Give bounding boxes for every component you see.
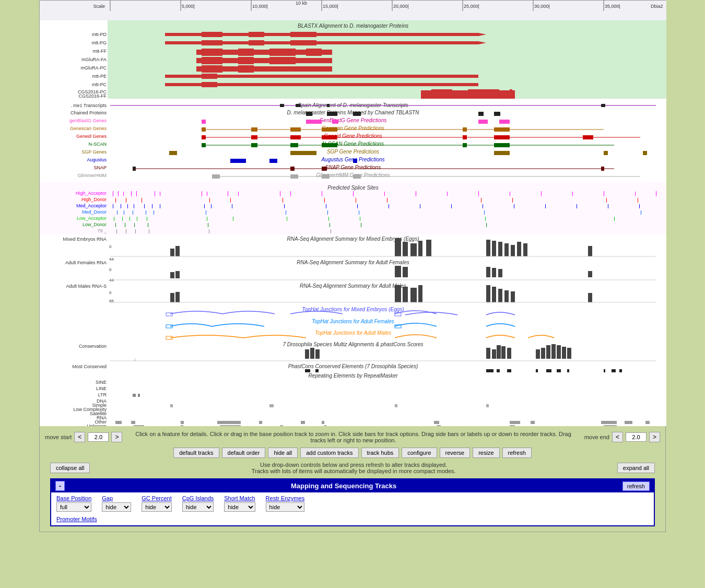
refresh-toolbar-button[interactable]: refresh xyxy=(502,448,532,458)
move-left-button[interactable]: < xyxy=(74,432,85,442)
svg-text:44: 44 xyxy=(109,257,114,262)
gc-percent-select[interactable]: hide full dense xyxy=(142,502,171,512)
svg-rect-174 xyxy=(209,198,210,203)
svg-rect-289 xyxy=(410,288,417,302)
svg-rect-286 xyxy=(175,292,180,302)
svg-rect-293 xyxy=(498,289,502,302)
track-hubs-button[interactable]: track hubs xyxy=(361,448,400,458)
svg-rect-209 xyxy=(124,210,124,215)
default-order-button[interactable]: default order xyxy=(222,448,266,458)
hide-all-button[interactable]: hide all xyxy=(268,448,298,458)
svg-rect-247 xyxy=(331,229,331,233)
svg-rect-186 xyxy=(121,204,121,208)
promoter-motifs-link[interactable]: Promoter Motifs xyxy=(56,516,97,522)
gap-option: Gap hide full dense xyxy=(102,495,131,512)
svg-rect-199 xyxy=(420,204,420,208)
svg-text:SNAP: SNAP xyxy=(93,165,107,170)
svg-rect-233 xyxy=(115,223,116,227)
section-refresh-button[interactable]: refresh xyxy=(622,481,650,491)
svg-rect-168 xyxy=(635,192,636,196)
svg-rect-243 xyxy=(126,229,126,233)
svg-rect-376 xyxy=(604,425,617,426)
svg-text:Augustus Gene Predictions: Augustus Gene Predictions xyxy=(321,157,384,162)
svg-rect-222 xyxy=(130,217,130,221)
svg-rect-28 xyxy=(290,32,316,37)
svg-rect-151 xyxy=(160,192,160,196)
svg-rect-357 xyxy=(181,421,184,424)
svg-rect-210 xyxy=(133,210,133,215)
move-left-button-right[interactable]: < xyxy=(612,432,623,442)
svg-text:BLASTX Alignment to D. melanog: BLASTX Alignment to D. melanogaster Prot… xyxy=(298,23,408,29)
svg-rect-191 xyxy=(160,204,160,208)
svg-rect-182 xyxy=(606,198,607,203)
svg-rect-246 xyxy=(209,229,209,233)
svg-rect-152 xyxy=(202,191,202,196)
add-custom-tracks-button[interactable]: add custom tracks xyxy=(300,448,358,458)
svg-rect-156 xyxy=(280,191,280,196)
base-position-option: Base Position full dense hide xyxy=(56,495,91,512)
svg-rect-316 xyxy=(507,348,511,359)
svg-rect-165 xyxy=(541,191,542,196)
svg-rect-43 xyxy=(202,57,222,64)
svg-rect-229 xyxy=(360,217,360,221)
svg-rect-198 xyxy=(389,204,389,208)
short-match-option: Short Match hide full dense xyxy=(224,495,255,512)
cpg-islands-link[interactable]: CpG Islands xyxy=(182,495,214,501)
svg-rect-181 xyxy=(512,198,513,203)
svg-text:10,000|: 10,000| xyxy=(252,4,268,9)
svg-rect-223 xyxy=(137,217,137,221)
base-position-link[interactable]: Base Position xyxy=(56,495,91,501)
svg-text:genBlastG Genes: genBlastG Genes xyxy=(69,118,107,123)
svg-rect-119 xyxy=(290,151,316,155)
reverse-button[interactable]: reverse xyxy=(440,448,471,458)
collapse-section-button[interactable]: - xyxy=(55,481,65,491)
cpg-islands-option: CpG Islands hide full dense xyxy=(182,495,214,512)
svg-text:25,000|: 25,000| xyxy=(464,4,479,9)
configure-button[interactable]: configure xyxy=(402,448,437,458)
base-position-select[interactable]: full dense hide xyxy=(56,502,91,512)
svg-rect-230 xyxy=(485,217,486,221)
cpg-islands-select[interactable]: hide full dense xyxy=(182,502,214,512)
svg-rect-356 xyxy=(131,421,135,424)
svg-rect-71 xyxy=(296,104,301,107)
collapse-expand-row: collapse all Use drop-down controls belo… xyxy=(45,460,660,476)
restr-enzymes-select[interactable]: hide full dense xyxy=(266,502,305,512)
default-tracks-button[interactable]: default tracks xyxy=(173,448,219,458)
move-right-group: move end < > xyxy=(584,432,660,442)
resize-button[interactable]: resize xyxy=(473,448,499,458)
collapse-all-button[interactable]: collapse all xyxy=(50,463,90,473)
svg-text:30,000|: 30,000| xyxy=(534,4,550,9)
move-right-button-right[interactable]: > xyxy=(649,432,660,442)
svg-rect-187 xyxy=(127,204,128,208)
svg-rect-309 xyxy=(305,349,309,359)
gap-link[interactable]: Gap xyxy=(102,495,131,501)
move-left-input[interactable] xyxy=(88,432,109,442)
svg-rect-38 xyxy=(238,49,254,56)
svg-text:Dbia2: Dbia2 xyxy=(651,4,663,9)
move-right-input[interactable] xyxy=(626,432,647,442)
move-right-button-left[interactable]: > xyxy=(111,432,122,442)
svg-rect-177 xyxy=(324,198,325,203)
svg-text:PhastCons Conserved Elements (: PhastCons Conserved Elements (7 Drosophi… xyxy=(288,363,418,369)
svg-rect-201 xyxy=(483,204,483,208)
short-match-link[interactable]: Short Match xyxy=(224,495,255,501)
svg-rect-344 xyxy=(138,394,140,397)
svg-rect-291 xyxy=(486,285,490,302)
svg-text:0: 0 xyxy=(109,267,112,272)
svg-rect-202 xyxy=(514,204,514,208)
svg-text:Most Conserved: Most Conserved xyxy=(72,364,107,369)
svg-rect-194 xyxy=(232,204,232,208)
svg-rect-347 xyxy=(170,404,173,407)
short-match-select[interactable]: hide full dense xyxy=(224,502,255,512)
svg-rect-127 xyxy=(353,159,357,163)
expand-all-button[interactable]: expand all xyxy=(617,463,655,473)
genome-visualization: Scale contig952: 5,000| 10,000| 10 kb 15… xyxy=(40,1,666,426)
svg-rect-294 xyxy=(504,290,509,302)
svg-rect-266 xyxy=(588,246,592,256)
gap-select[interactable]: hide full dense xyxy=(102,502,131,512)
svg-rect-259 xyxy=(486,240,490,256)
gc-percent-link[interactable]: GC Percent xyxy=(142,495,171,501)
restr-enzymes-link[interactable]: Restr Enzymes xyxy=(266,495,305,501)
svg-rect-154 xyxy=(228,191,228,196)
svg-rect-84 xyxy=(306,120,322,124)
